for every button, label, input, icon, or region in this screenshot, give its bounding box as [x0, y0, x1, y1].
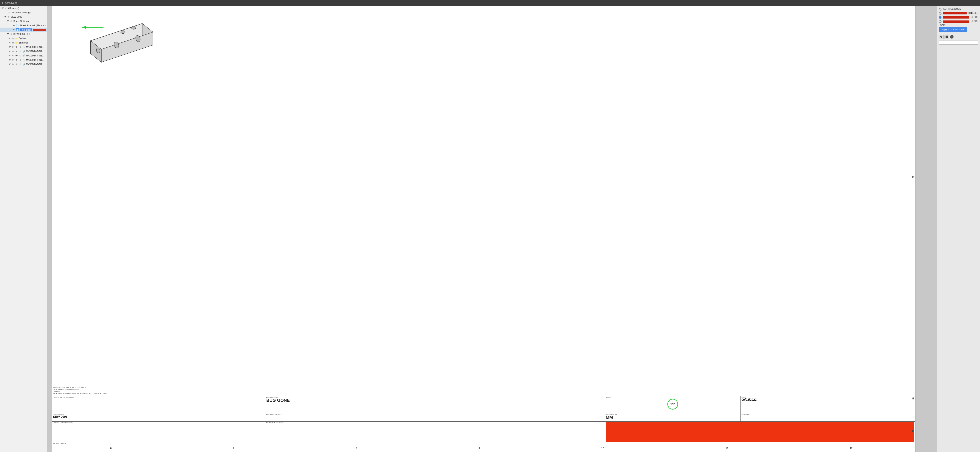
triangle-part2 — [10, 51, 11, 52]
radio-lock1[interactable] — [939, 16, 942, 19]
sidebar-item-doc-settings[interactable]: ⚙ Document Settings — [0, 10, 47, 14]
sidebar: ⬡ (Unsaved) ⚙ Document Settings ⚙ SEW-00… — [0, 6, 47, 452]
sidebar-label-sketches: Sketches — [19, 42, 29, 44]
cell-revisions: PART / DRAWING REVISIONS: — [52, 396, 265, 413]
red-bar-title-block — [33, 29, 46, 31]
right-panel-item-iso[interactable]: ISO_TITLEBLOCK — [939, 8, 978, 11]
sidebar-label-part3: M4X9MM-T-N1... — [26, 54, 44, 57]
gear-icon-part5: ⚙ — [19, 63, 22, 66]
red-bar-1 — [943, 12, 967, 14]
cell-designer: DESIGNER: — [740, 413, 915, 422]
right-panel: ISO_TITLEBLOCK TITLEBL... ...LOCK ...LOC… — [937, 6, 980, 452]
sidebar-item-sew0006[interactable]: ⚙ SEW-0006 — [0, 14, 47, 19]
apply-to-current-sheet-button[interactable]: Apply to current sheet — [939, 27, 967, 32]
search-input[interactable] — [939, 40, 978, 45]
right-panel-label-titlebl: TITLEBL... — [968, 12, 978, 14]
title-block-row-3: MATERIAL SPECIFICATION: MATERIAL THICKNE… — [52, 422, 915, 442]
sidebar-item-unsaved[interactable]: ⬡ (Unsaved) — [0, 6, 47, 10]
row-label-g: G — [911, 397, 915, 400]
block-button[interactable]: ⬛ — [945, 35, 949, 39]
right-panel-item-titlebl[interactable]: TITLEBL... — [939, 12, 978, 14]
right-panel-label-lock1: ...LOCK — [970, 16, 978, 18]
title-bar: ⬡ (Unsaved) — [0, 0, 980, 6]
title-block-table: PART / DRAWING REVISIONS: DRAWING TITLE:… — [52, 396, 915, 445]
sidebar-label-sheet-settings: Sheet Settings — [13, 20, 29, 22]
cell-drawing-title: DRAWING TITLE: BUG GONE — [265, 396, 605, 413]
gear-icon-sew0006-v81: ⚙ — [10, 32, 13, 35]
eye-icon-title-block: 👁 — [12, 28, 15, 31]
row-label-f: F — [911, 176, 915, 179]
sidebar-item-part2[interactable]: 👁 👁 ⚙ 🔗 M4X9MM-T-N1... — [0, 49, 47, 53]
gear-icon-part3: ⚙ — [19, 54, 22, 57]
right-panel-item-lock1[interactable]: ...LOCK — [939, 16, 978, 19]
sidebar-item-part4[interactable]: 👁 👁 ⚙ 🔗 M4X9MM-T-N1... — [0, 58, 47, 62]
sidebar-item-part5[interactable]: 👁 👁 ⚙ 🔗 M4X9MM-T-N1... — [0, 62, 47, 66]
info-icon-label: i — [951, 36, 952, 38]
sidebar-item-sketches[interactable]: ⚙ 📁 Sketches — [0, 40, 47, 45]
title-block-row-2: PART NUMBER: SEW-0006 DRAWING REVISION: … — [52, 413, 915, 422]
cell-product-range-right — [605, 442, 915, 445]
gear-icon-bodies: ⚙ — [11, 37, 14, 40]
sidebar-item-sheet-settings[interactable]: ⚙ Sheet Settings — [0, 19, 47, 23]
title-block: PART / DRAWING REVISIONS: DRAWING TITLE:… — [52, 396, 915, 445]
cell-material-thickness: MATERIAL THICKNESS: — [265, 422, 605, 442]
triangle-part1 — [10, 46, 11, 48]
eye2-icon-part2: 👁 — [15, 50, 18, 53]
toolbar-row: 🗑 ⬛ i — [939, 35, 978, 39]
cell-drawing-revision: DRAWING REVISION: — [265, 413, 605, 422]
svg-point-6 — [132, 26, 136, 29]
chain-icon-part5: 🔗 — [22, 63, 25, 66]
folder-icon-bodies: 📁 — [15, 37, 18, 40]
cell-date: DATE: 09/02/2022 — [740, 396, 915, 413]
gear-icon-sew0006: ⚙ — [7, 15, 10, 18]
gear-icon-unsaved: ⬡ — [5, 7, 8, 10]
chain-icon-part4: 🔗 — [22, 58, 25, 61]
value-drawing-title: BUG GONE — [266, 398, 290, 402]
chain-icon-part2: 🔗 — [22, 50, 25, 53]
triangle-part3 — [10, 55, 11, 56]
radio-lock2[interactable] — [939, 20, 942, 23]
label-designer: DESIGNER: — [741, 414, 914, 415]
column-numbers: 6 7 8 9 10 11 12 — [47, 447, 915, 450]
cell-part-number: PART NUMBER: SEW-0006 — [52, 413, 265, 422]
col-7: 7 — [233, 447, 235, 450]
title-block-row-1: PART / DRAWING REVISIONS: DRAWING TITLE:… — [52, 396, 915, 413]
sidebar-item-sheet-size[interactable]: 👁 📄 Sheet Size: A2 (594mm ×... — [0, 23, 47, 27]
sidebar-item-sew0006-v81[interactable]: ⚙ SEW-0006 v8:1 — [0, 32, 47, 36]
sidebar-item-part1[interactable]: 👁 👁 ⚙ 🔗 M4X9MM-T-N1... — [0, 45, 47, 49]
red-block — [606, 422, 914, 442]
info-icon: i — [950, 35, 953, 38]
eye2-icon-part3: 👁 — [15, 54, 18, 57]
label-drawing-revision: DRAWING REVISION: — [266, 414, 604, 415]
triangle-part4 — [10, 59, 11, 61]
arrow-svg — [80, 25, 106, 30]
label-drawing-title: DRAWING TITLE: — [266, 396, 604, 398]
col-12: 12 — [850, 447, 853, 450]
sidebar-item-part3[interactable]: 👁 👁 ⚙ 🔗 M4X9MM-T-N1... — [0, 53, 47, 58]
main-layout: ⬡ (Unsaved) ⚙ Document Settings ⚙ SEW-00… — [0, 6, 980, 452]
value-date: 09/02/2022 — [741, 398, 757, 401]
apply-button-container: Apply to current sheet — [939, 27, 978, 33]
gear-icon-doc: ⚙ — [7, 11, 10, 14]
note-2: GE 90° UNLESS OTHERWISE STATED. — [53, 388, 107, 391]
label-material-spec: MATERIAL SPECIFICATION: — [53, 422, 264, 423]
triangle-sketches — [10, 42, 11, 43]
radio-titlebl[interactable] — [939, 12, 942, 14]
sidebar-item-bodies[interactable]: ⚙ 📁 Bodies — [0, 36, 47, 40]
sidebar-label-bodies: Bodies — [19, 37, 26, 40]
green-arrow-annotation — [80, 25, 106, 30]
gear-icon-part1: ⚙ — [19, 45, 22, 48]
cell-product-range: PRODUCT RANGE: — [52, 442, 605, 445]
sidebar-label-part1: M4X9MM-T-N1... — [26, 46, 44, 48]
cell-red-block — [605, 422, 915, 442]
sidebar-item-title-block[interactable]: 👁 📄 Title Block — [0, 27, 47, 32]
red-bar-2 — [943, 16, 969, 19]
triangle-sew0006 — [4, 16, 6, 18]
eye-icon-sheet-size: 👁 — [12, 24, 15, 27]
label-part-number: PART NUMBER: — [53, 414, 264, 415]
notes-area: TIONS BASED UPON A 14 MM VEE DIE WIDTH. … — [53, 386, 107, 395]
right-panel-item-lock2[interactable]: ...LOCK — [939, 20, 978, 23]
red-bar-3 — [943, 21, 969, 22]
radio-iso[interactable] — [939, 8, 942, 11]
delete-button[interactable]: 🗑 — [939, 35, 943, 39]
